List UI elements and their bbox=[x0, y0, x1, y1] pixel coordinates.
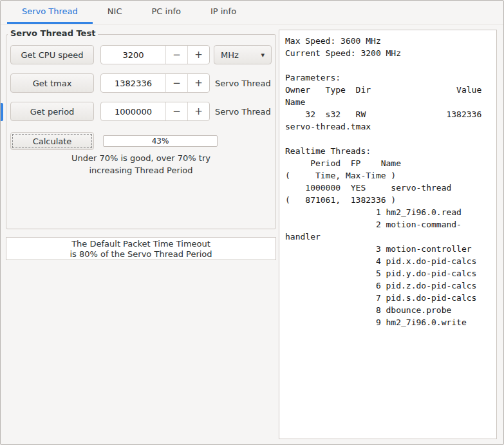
timeout-note: The Default Packet Time Timeout is 80% o… bbox=[6, 237, 276, 260]
load-percentage: 43% bbox=[152, 137, 169, 146]
minus-icon: − bbox=[173, 106, 181, 117]
tab-pc-info[interactable]: PC info bbox=[136, 1, 195, 24]
plus-icon: + bbox=[194, 106, 203, 117]
tmax-decrement-button[interactable]: − bbox=[165, 74, 187, 92]
period-spinbox: 1000000 − + bbox=[100, 102, 210, 121]
tmax-increment-button[interactable]: + bbox=[187, 74, 209, 92]
chevron-down-icon: ▾ bbox=[261, 51, 265, 59]
calculate-button[interactable]: Calculate bbox=[10, 132, 94, 150]
units-dropdown-value: MHz bbox=[221, 50, 239, 60]
plus-icon: + bbox=[194, 77, 203, 89]
cpu-speed-row: Get CPU speed 3200 − + MHz ▾ bbox=[10, 45, 272, 64]
period-increment-button[interactable]: + bbox=[187, 102, 209, 120]
period-value[interactable]: 1000000 bbox=[101, 102, 165, 120]
plus-icon: + bbox=[194, 49, 203, 61]
hint-text: Under 70% is good, over 70% try increasi… bbox=[6, 152, 275, 176]
servo-thread-test-frame: Servo Thread Test Get CPU speed 3200 − +… bbox=[6, 34, 276, 229]
load-progressbar: 43% bbox=[103, 135, 218, 147]
minus-icon: − bbox=[173, 77, 181, 89]
tab-ip-info[interactable]: IP info bbox=[196, 1, 251, 24]
tab-servo-thread[interactable]: Servo Thread bbox=[7, 1, 93, 24]
tmax-spinbox: 1382336 − + bbox=[100, 73, 210, 93]
hal-output-text: Max Speed: 3600 MHz Current Speed: 3200 … bbox=[279, 30, 496, 333]
frame-title: Servo Thread Test bbox=[8, 28, 98, 38]
cpu-speed-increment-button[interactable]: + bbox=[187, 46, 209, 64]
tmax-row: Get tmax 1382336 − + Servo Thread bbox=[10, 73, 272, 93]
period-row: Get period 1000000 − + Servo Thread bbox=[10, 102, 272, 121]
tab-bar: Servo Thread NIC PC info IP info bbox=[1, 1, 503, 24]
get-tmax-button[interactable]: Get tmax bbox=[10, 73, 94, 93]
cpu-speed-decrement-button[interactable]: − bbox=[165, 46, 187, 64]
units-dropdown[interactable]: MHz ▾ bbox=[214, 45, 272, 64]
cpu-speed-spinbox: 3200 − + bbox=[100, 45, 210, 64]
tmax-thread-label: Servo Thread bbox=[215, 79, 271, 88]
cpu-speed-value[interactable]: 3200 bbox=[101, 46, 165, 64]
period-thread-label: Servo Thread bbox=[215, 107, 271, 117]
period-decrement-button[interactable]: − bbox=[165, 102, 187, 120]
hal-output-panel: Max Speed: 3600 MHz Current Speed: 3200 … bbox=[279, 30, 497, 439]
tab-nic[interactable]: NIC bbox=[93, 1, 137, 24]
get-period-button[interactable]: Get period bbox=[10, 102, 94, 121]
calculate-row: Calculate 43% bbox=[10, 131, 272, 151]
tmax-value[interactable]: 1382336 bbox=[101, 74, 165, 92]
active-indicator bbox=[1, 103, 3, 121]
app-window: Servo Thread NIC PC info IP info Servo T… bbox=[0, 0, 504, 445]
get-cpu-speed-button[interactable]: Get CPU speed bbox=[10, 45, 94, 64]
minus-icon: − bbox=[173, 49, 181, 61]
